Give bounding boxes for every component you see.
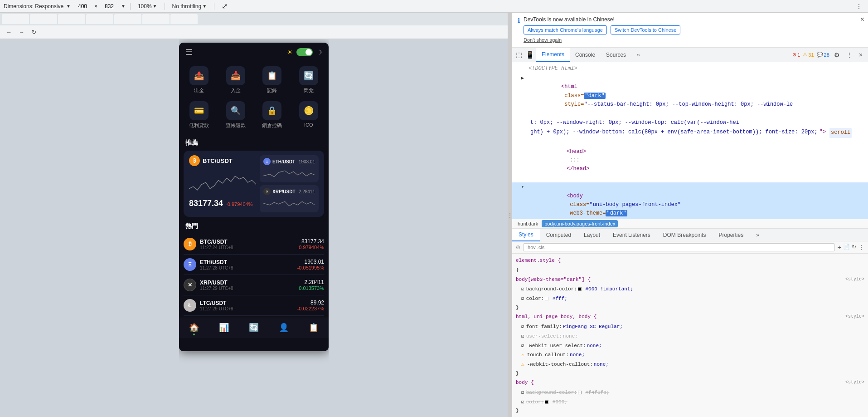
match-language-btn[interactable]: Always match Chrome's language (524, 25, 607, 34)
css-tab-dom-breakpoints[interactable]: DOM Breakpoints (657, 229, 713, 241)
checkbox-color-dark[interactable]: ☑ (521, 294, 524, 303)
hot-item-eth[interactable]: Ξ ETH/USDT 11:27:28 UTC+8 1903.01 -0.051… (184, 255, 324, 275)
action-chuJin[interactable]: 📤 出金 (181, 63, 218, 98)
hot-item-btc[interactable]: ₿ BTC/USDT 11:27:24 UTC+8 83177.34 -0.97… (184, 234, 324, 255)
nav-user[interactable]: 👤 (275, 322, 292, 336)
arrow-body[interactable]: ▾ (521, 184, 527, 191)
browser-tab-7[interactable] (170, 14, 198, 24)
swatch-fff[interactable] (545, 297, 548, 300)
nav-records[interactable]: 📋 (305, 322, 322, 336)
action-check[interactable]: 🔍 查帳還款 (218, 98, 254, 132)
hamburger-icon[interactable]: ☰ (185, 47, 193, 57)
nav-chart[interactable]: 📊 (215, 322, 233, 336)
css-source-html[interactable]: <style> (845, 313, 864, 321)
source-line-html[interactable]: <html class="dark" style="--status-bar-h… (512, 74, 868, 118)
more-css-btn[interactable]: ⋮ (858, 244, 864, 251)
inspect-icon-btn[interactable]: ⬚ (514, 50, 524, 60)
browser-tab-3[interactable] (58, 14, 85, 24)
more-options-btn[interactable]: ⋮ (853, 2, 864, 10)
html-source[interactable]: <!DOCTYPE html> <html class="dark" style… (512, 62, 868, 219)
css-source-dark[interactable]: <style> (845, 275, 864, 284)
bc-html[interactable]: html.dark (516, 220, 540, 227)
tab-sources[interactable]: Sources (601, 48, 631, 62)
notif-close-btn[interactable]: × (860, 15, 864, 24)
action-ico[interactable]: 🪙 ICO (291, 98, 327, 132)
action-loan[interactable]: 💳 低利貸款 (181, 98, 218, 132)
nav-swap[interactable]: 🔄 (245, 322, 262, 336)
more-options2-btn[interactable]: ⋮ (844, 50, 854, 59)
css-source-body[interactable]: <style> (845, 378, 864, 387)
info-badge: 💬 28 (817, 52, 829, 58)
action-jilu[interactable]: 📋 記錄 (254, 63, 291, 98)
checkbox-webkit-select[interactable]: ☑ (521, 342, 524, 350)
css-selector-body: body { <style> (512, 378, 868, 388)
action-label-shanhui: 閃兌 (304, 87, 314, 94)
reload-btn[interactable]: ↻ (29, 28, 39, 36)
back-btn[interactable]: ← (4, 28, 15, 36)
dimensions-label: Dimensions: Responsive (4, 3, 63, 10)
close-devtools-btn[interactable]: × (857, 50, 864, 59)
checkbox-user-select[interactable]: ☑ (521, 332, 524, 341)
theme-toggle[interactable] (296, 48, 313, 56)
css-tab-event-listeners[interactable]: Event Listeners (606, 229, 657, 241)
hot-item-xrp[interactable]: ✕ XRP/USDT 11:27:29 UTC+8 2.28411 0.0135… (184, 275, 324, 295)
chevron-down-icon2: ▼ (121, 4, 126, 9)
eth-mini-card[interactable]: Ξ ETH/USDT 1903.01 (260, 155, 319, 182)
throttling-btn[interactable]: No throttling ▼ (170, 2, 210, 10)
swatch-f4f6fb[interactable] (578, 391, 582, 394)
checkbox-bg-body[interactable]: ☑ (521, 388, 524, 397)
xrp-hot-change: 0.013573% (299, 285, 324, 291)
action-lock[interactable]: 🔒 鎖倉控碼 (254, 98, 291, 132)
css-tab-properties[interactable]: Properties (713, 229, 750, 241)
nav-home[interactable]: 🏠 (185, 322, 203, 336)
source-line-head[interactable]: <head> ::: </head> (512, 138, 868, 183)
hot-item-ltc[interactable]: Ł LTC/USDT 11:27:29 UTC+8 89.92 -0.02223… (184, 295, 324, 316)
tab-more[interactable]: » (631, 48, 645, 62)
action-ruJin[interactable]: 📥 入金 (218, 63, 254, 98)
tab-elements[interactable]: Elements (536, 48, 570, 62)
source-line-body[interactable]: ▾ <body class="uni-body pages-front-inde… (512, 182, 868, 219)
width-input[interactable] (73, 3, 92, 10)
tab-console[interactable]: Console (570, 48, 601, 62)
xrp-mini-card[interactable]: ✕ XRP/USDT 2.28411 (260, 185, 319, 212)
bc-body[interactable]: body.uni-body.pages-front-index (542, 220, 618, 227)
css-prop-touch-callout: ⚠ touch-callout: none; (512, 350, 868, 360)
action-shanhui[interactable]: 🔄 閃兌 (291, 63, 327, 98)
new-rule-btn[interactable]: 📄 (843, 244, 850, 251)
add-style-btn[interactable]: + (838, 244, 841, 251)
forward-btn[interactable]: → (16, 28, 27, 36)
css-rule-element-style: element.style { } (512, 255, 868, 274)
browser-tab-6[interactable] (142, 14, 170, 24)
swatch-body-000[interactable] (545, 400, 548, 404)
rotate-btn[interactable]: ⤢ (219, 1, 230, 11)
css-tab-more[interactable]: » (750, 229, 766, 241)
browser-tab-4[interactable] (86, 14, 113, 24)
browser-tab-1[interactable] (2, 14, 29, 24)
browser-tab-5[interactable] (114, 14, 141, 24)
css-rule-dark-theme: body[web3-theme="dark"] { <style> ☑ back… (512, 275, 868, 312)
css-filter-input[interactable] (523, 243, 835, 251)
mobile-content[interactable]: ☰ ☀ ☽ 📤 出金 📥 (179, 43, 329, 351)
css-tab-styles[interactable]: Styles (512, 229, 540, 241)
dont-show-btn[interactable]: Don't show again (524, 37, 562, 43)
refresh-styles-btn[interactable]: ↻ (852, 244, 856, 251)
resize-handle[interactable] (508, 13, 512, 417)
devtools-notification: ℹ DevTools is now available in Chinese! … (512, 13, 868, 48)
featured-card[interactable]: ₿ BTC/USDT 83177.34 (184, 151, 324, 217)
zoom-btn[interactable]: 100% ▼ (135, 2, 160, 10)
device-icon-btn[interactable]: 📱 (524, 50, 536, 60)
css-prop-user-select: ☑ user-select: none; (512, 332, 868, 341)
height-input[interactable] (100, 3, 118, 10)
css-tab-layout[interactable]: Layout (577, 229, 606, 241)
swatch-000[interactable] (578, 287, 582, 291)
checkbox-bg-dark[interactable]: ☑ (521, 285, 524, 294)
settings-btn[interactable]: ⚙ (832, 50, 842, 59)
checkbox-color-body[interactable]: ☑ (521, 398, 524, 407)
checkbox-fontfam[interactable]: ☑ (521, 323, 524, 331)
css-rules[interactable]: element.style { } body[web3-theme="dark"… (512, 254, 868, 417)
arrow-html[interactable] (521, 75, 527, 82)
nav-home-dot (193, 334, 195, 335)
switch-devtools-btn[interactable]: Switch DevTools to Chinese (611, 25, 680, 34)
css-tab-computed[interactable]: Computed (540, 229, 577, 241)
browser-tab-2[interactable] (30, 14, 57, 24)
